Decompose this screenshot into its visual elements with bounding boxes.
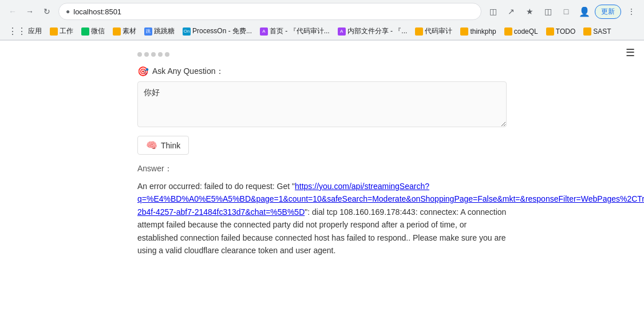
bookmark-star-button[interactable]: ★ [521, 3, 538, 19]
bookmark-todo[interactable]: TODO [543, 26, 579, 37]
bookmark-tiaotiaotang[interactable]: 跳 跳跳糖 [141, 25, 178, 38]
bookmark-apps[interactable]: ⋮⋮ 应用 [5, 24, 45, 38]
nav-buttons: ← → ↻ [5, 3, 55, 19]
bookmark-material-icon [113, 28, 121, 36]
page-content: ☰ 🎯 Ask Any Question： 你好 🧠 Think Answer：… [0, 41, 644, 326]
error-message: An error occurred: failed to do request:… [137, 180, 507, 257]
update-button[interactable]: 更新 [595, 5, 621, 19]
bookmark-wechat-icon [81, 28, 89, 36]
bookmarks-bar: ⋮⋮ 应用 工作 微信 素材 跳 跳跳糖 On ProcessOn - 免费..… [0, 23, 644, 40]
forward-button[interactable]: → [22, 3, 38, 19]
bookmark-work-label: 工作 [60, 26, 73, 36]
profile-button[interactable]: 👤 [576, 3, 592, 19]
bookmark-processon-label: ProcessOn - 免费... [192, 26, 252, 36]
bookmark-internal[interactable]: A 内部文件分享 - 『... [334, 25, 411, 38]
pagination-dots [137, 52, 507, 57]
screenshot-button[interactable]: ◫ [485, 3, 501, 19]
ask-section: 🎯 Ask Any Question： 你好 [137, 66, 507, 129]
bookmark-todo-label: TODO [556, 28, 575, 36]
back-button[interactable]: ← [5, 3, 21, 19]
dot-5 [165, 52, 169, 57]
bookmark-work[interactable]: 工作 [46, 25, 77, 38]
dot-2 [144, 52, 149, 57]
bookmark-thinkphp[interactable]: thinkphp [457, 26, 499, 37]
dot-4 [158, 52, 163, 57]
lock-icon: ● [66, 7, 70, 15]
share-button[interactable]: ↗ [503, 3, 519, 19]
bookmark-tiao-icon: 跳 [144, 28, 152, 36]
hamburger-menu-icon[interactable]: ☰ [626, 46, 635, 59]
ask-label-row: 🎯 Ask Any Question： [137, 66, 507, 77]
bookmark-processon[interactable]: On ProcessOn - 免费... [179, 25, 255, 38]
window-button[interactable]: □ [558, 3, 574, 19]
ask-emoji-icon: 🎯 [137, 66, 149, 77]
bookmark-code-audit-label: 代码审计 [425, 26, 452, 36]
bookmark-home-label: 首页 - 『代码审计... [270, 26, 330, 36]
address-bar[interactable]: ● localhost:8501 [58, 3, 481, 20]
bookmark-code-audit-icon [415, 28, 423, 36]
bookmark-folder-icon [50, 28, 58, 36]
bookmark-material[interactable]: 素材 [109, 25, 140, 38]
bookmark-sast-icon [583, 28, 591, 36]
bookmark-codeql-label: codeQL [514, 28, 538, 36]
bookmark-code-audit[interactable]: 代码审计 [412, 25, 456, 38]
bookmark-material-label: 素材 [123, 26, 136, 36]
toolbar-actions: ◫ ↗ ★ ◫ □ 👤 更新 ⋮ [485, 3, 639, 19]
apps-grid-icon: ⋮⋮ [8, 26, 26, 37]
think-button-label: Think [161, 141, 180, 150]
question-textarea[interactable]: 你好 [137, 81, 507, 127]
browser-toolbar: ← → ↻ ● localhost:8501 ◫ ↗ ★ ◫ □ 👤 更新 ⋮ [0, 0, 644, 23]
bookmark-wechat-label: 微信 [91, 26, 105, 36]
bookmark-thinkphp-label: thinkphp [470, 28, 496, 36]
bookmark-todo-icon [546, 28, 554, 36]
bookmark-internal-label: 内部文件分享 - 『... [347, 26, 408, 36]
chrome-menu-button[interactable]: ⋮ [623, 3, 639, 19]
answer-label: Answer： [137, 164, 507, 174]
browser-chrome: ← → ↻ ● localhost:8501 ◫ ↗ ★ ◫ □ 👤 更新 ⋮ … [0, 0, 644, 41]
bookmark-internal-icon: A [338, 28, 346, 36]
think-button[interactable]: 🧠 Think [137, 136, 189, 155]
dot-3 [151, 52, 156, 57]
ask-label-text: Ask Any Question： [152, 66, 224, 77]
bookmark-sast[interactable]: SAST [580, 26, 614, 37]
url-text: localhost:8501 [73, 7, 474, 16]
bookmark-processon-icon: On [183, 28, 191, 36]
extensions-button[interactable]: ◫ [540, 3, 556, 19]
bookmark-codeql[interactable]: codeQL [501, 26, 542, 37]
bookmark-apps-label: 应用 [28, 26, 42, 36]
bookmark-thinkphp-icon [460, 28, 468, 36]
dot-1 [137, 52, 142, 57]
bookmark-home[interactable]: A 首页 - 『代码审计... [256, 25, 333, 38]
bookmark-home-icon: A [260, 28, 268, 36]
refresh-button[interactable]: ↻ [39, 3, 55, 19]
bookmark-tiao-label: 跳跳糖 [154, 26, 175, 36]
bookmark-wechat[interactable]: 微信 [78, 25, 108, 38]
main-content: 🎯 Ask Any Question： 你好 🧠 Think Answer： A… [0, 41, 644, 268]
bookmark-sast-label: SAST [593, 28, 611, 36]
bookmark-codeql-icon [504, 28, 512, 36]
brain-emoji-icon: 🧠 [146, 140, 157, 151]
error-prefix: An error occurred: failed to do request:… [137, 182, 295, 191]
